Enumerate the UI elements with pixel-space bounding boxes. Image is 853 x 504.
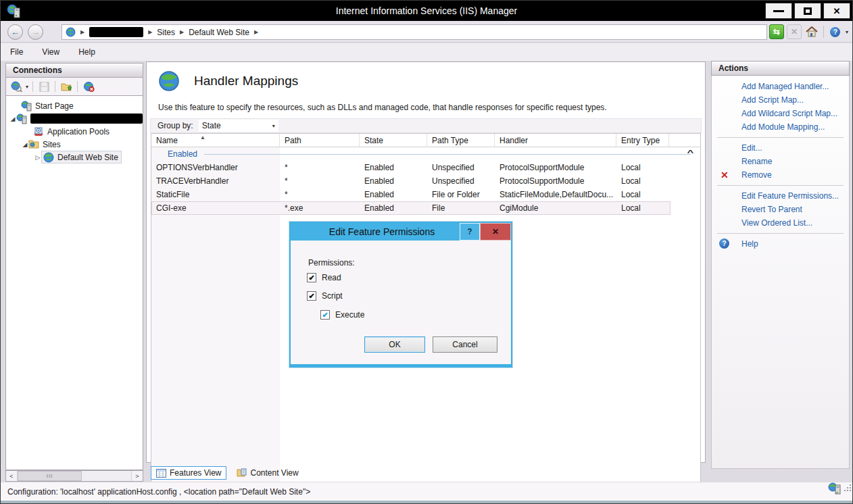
checkbox-checked-icon[interactable]: ✔ (307, 291, 316, 301)
checkbox-checked-icon[interactable]: ✔ (320, 310, 330, 320)
column-header-handler[interactable]: Handler (495, 134, 616, 147)
table-row[interactable]: TRACEVerbHandler * Enabled Unspecified P… (151, 174, 700, 188)
column-label: State (364, 136, 383, 145)
title-bar: Internet Information Services (IIS) Mana… (1, 1, 852, 21)
tree-item-label: Default Web Site (57, 153, 118, 162)
refresh-button[interactable]: ⇆ (769, 24, 784, 39)
dialog-close-button[interactable]: ✕ (480, 223, 511, 241)
cell-handler: StaticFileModule,DefaultDocu... (495, 190, 616, 199)
tree-item-default-web-site[interactable]: ▷ Default Web Site (6, 151, 143, 163)
action-help[interactable]: ? Help (712, 237, 849, 251)
back-button[interactable]: ← (7, 24, 23, 40)
maximize-icon (804, 7, 812, 15)
home-icon (806, 26, 818, 37)
close-button[interactable]: ✕ (823, 3, 850, 19)
action-edit[interactable]: Edit... (712, 141, 849, 155)
stop-button[interactable]: ✕ (787, 24, 802, 39)
connections-panel: Connections ▾ Start Pa (5, 63, 143, 482)
column-header-entry-type[interactable]: Entry Type (616, 134, 669, 147)
group-by-dropdown[interactable]: State ▾ (199, 120, 278, 132)
action-label: Remove (741, 170, 772, 180)
delete-connection-icon[interactable] (82, 80, 95, 93)
chevron-down-icon: ▾ (272, 123, 275, 129)
cell-entry-type: Local (616, 176, 669, 186)
scroll-thumb[interactable]: III (18, 471, 82, 481)
maximize-button[interactable] (794, 3, 821, 19)
tab-features-view[interactable]: Features View (151, 466, 226, 480)
cell-path-type: Unspecified (427, 176, 495, 186)
action-add-module-mapping[interactable]: Add Module Mapping... (712, 120, 849, 134)
breadcrumb-item-default-web-site[interactable]: Default Web Site (189, 28, 249, 37)
menu-view[interactable]: View (32, 45, 69, 59)
status-bar: Configuration: 'localhost' applicationHo… (1, 482, 852, 501)
help-icon: ? (467, 227, 472, 236)
breadcrumb-item-sites[interactable]: Sites (157, 28, 175, 37)
status-text: Configuration: 'localhost' applicationHo… (7, 487, 310, 497)
action-revert-to-parent[interactable]: Revert To Parent (712, 203, 849, 216)
action-add-script-map[interactable]: Add Script Map... (712, 93, 849, 107)
list-header: Name▲ Path State Path Type Handler Entry… (151, 134, 700, 147)
actions-header: Actions (711, 61, 850, 76)
action-edit-feature-permissions[interactable]: Edit Feature Permissions... (712, 189, 849, 203)
table-row[interactable]: OPTIONSVerbHandler * Enabled Unspecified… (151, 161, 700, 174)
action-view-ordered-list[interactable]: View Ordered List... (712, 216, 849, 230)
tree-item-start-page[interactable]: Start Page (6, 99, 143, 112)
tree-item-application-pools[interactable]: Application Pools (6, 125, 143, 138)
table-row-selected[interactable]: CGI-exe *.exe Enabled File CgiModule Loc… (151, 201, 671, 215)
dialog-help-button[interactable]: ? (460, 223, 480, 241)
help-button[interactable]: ? (828, 24, 843, 39)
up-level-icon[interactable] (59, 80, 73, 93)
script-checkbox-row[interactable]: ✔ Script (307, 291, 343, 301)
help-dropdown-icon[interactable]: ▾ (846, 29, 848, 35)
connections-header: Connections (5, 63, 143, 78)
group-row-enabled[interactable]: Enabled ^ (151, 147, 700, 161)
tab-content-view[interactable]: Content View (232, 467, 303, 479)
ok-button[interactable]: OK (364, 336, 425, 353)
column-header-state[interactable]: State (360, 134, 427, 147)
address-bar: ← → ▶ ▶ Sites ▶ Default Web Site ▶ ⇆ ✕ ?… (1, 21, 852, 43)
breadcrumb-arrow-icon: ▶ (180, 29, 184, 35)
column-header-path[interactable]: Path (280, 134, 360, 147)
column-label: Path Type (432, 136, 468, 145)
collapsed-icon[interactable]: ▷ (34, 154, 41, 161)
cancel-button[interactable]: Cancel (433, 336, 497, 353)
save-connections-icon[interactable] (37, 80, 51, 93)
action-rename[interactable]: Rename (712, 155, 849, 168)
scroll-left-icon[interactable]: < (6, 471, 18, 481)
dialog-title: Edit Feature Permissions (329, 226, 472, 237)
expanded-icon[interactable]: ◢ (9, 116, 16, 122)
action-add-wildcard-script-map[interactable]: Add Wildcard Script Map... (712, 107, 849, 120)
back-icon: ← (11, 27, 20, 37)
feature-description: Use this feature to specify the resource… (158, 103, 607, 112)
tree-item-server[interactable]: ◢ (6, 112, 143, 125)
checkbox-checked-icon[interactable]: ✔ (307, 273, 316, 282)
menu-file[interactable]: File (1, 45, 32, 59)
create-connection-icon[interactable] (9, 80, 23, 93)
column-header-name[interactable]: Name▲ (151, 134, 280, 147)
tree-item-sites[interactable]: ◢ Sites (6, 138, 143, 151)
action-add-managed-handler[interactable]: Add Managed Handler... (712, 80, 849, 93)
column-header-path-type[interactable]: Path Type (427, 134, 495, 147)
read-checkbox-row[interactable]: ✔ Read (307, 273, 341, 282)
menu-help[interactable]: Help (69, 45, 105, 59)
group-by-label: Group by: (157, 121, 193, 130)
cell-path: * (280, 163, 360, 172)
refresh-icon: ⇆ (773, 27, 780, 36)
home-button[interactable] (804, 24, 819, 39)
forward-icon: → (31, 27, 40, 37)
collapse-group-icon[interactable]: ^ (687, 149, 693, 157)
action-label: Help (741, 239, 758, 249)
connection-dropdown-icon[interactable]: ▾ (26, 84, 28, 90)
action-remove[interactable]: ✕ Remove (712, 168, 849, 182)
tree-horizontal-scrollbar[interactable]: < III > (5, 470, 143, 482)
resize-grip[interactable] (844, 484, 851, 491)
breadcrumb[interactable]: ▶ ▶ Sites ▶ Default Web Site ▶ (62, 24, 767, 40)
table-row[interactable]: StaticFile * Enabled File or Folder Stat… (151, 188, 700, 201)
window-bottom-edge (1, 501, 852, 504)
forward-button[interactable]: → (28, 24, 43, 40)
minimize-button[interactable] (765, 3, 792, 19)
scroll-right-icon[interactable]: > (131, 471, 143, 481)
window-title: Internet Information Services (IIS) Mana… (1, 5, 852, 16)
execute-checkbox-row[interactable]: ✔ Execute (320, 310, 364, 320)
expanded-icon[interactable]: ◢ (22, 141, 28, 148)
